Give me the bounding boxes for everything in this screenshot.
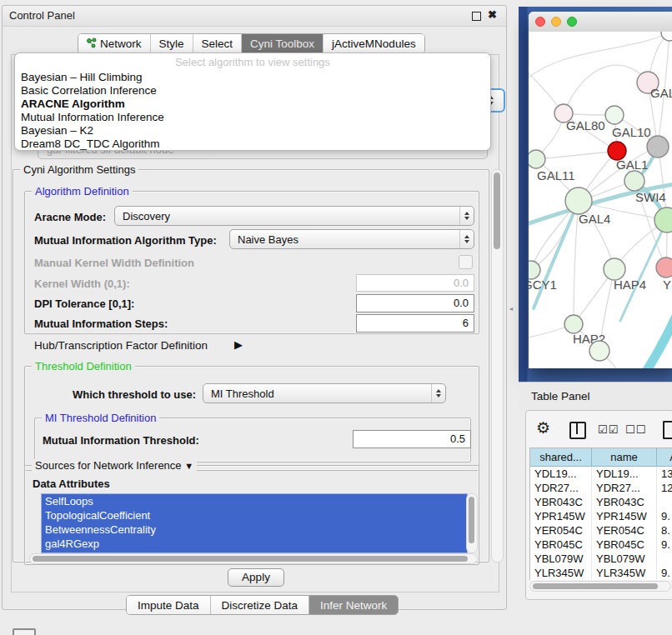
network-node-gal4[interactable]	[565, 188, 592, 214]
node-label: GAL10	[612, 125, 651, 139]
table-row[interactable]: YBL079WYBL079W	[530, 552, 672, 566]
mi-algorithm-type-combobox[interactable]: Naive Bayes	[229, 229, 474, 249]
network-node-swi4[interactable]	[624, 171, 644, 191]
network-window-titlebar[interactable]	[529, 12, 672, 32]
kernel-width-label: Kernel Width (0,1):	[34, 278, 130, 290]
table-cell: YBR045C	[592, 538, 657, 552]
combo-arrows-icon	[459, 230, 474, 248]
tab-select[interactable]: Select	[193, 34, 243, 53]
control-panel-window: Control Panel ✖ NetworkStyleSelectCyni T…	[2, 5, 507, 610]
table-cell: YDL19...	[592, 467, 657, 481]
network-node[interactable]	[589, 341, 609, 361]
minimized-panel-icon[interactable]	[13, 628, 36, 635]
bottom-tab-infer-network[interactable]: Infer Network	[309, 596, 398, 614]
zoom-traffic-light[interactable]	[567, 17, 577, 27]
chevron-right-icon[interactable]: ▶	[234, 338, 243, 351]
mi-threshold-field[interactable]: 0.5	[353, 430, 471, 448]
table-cell	[657, 495, 672, 509]
algorithm-option[interactable]: Dream8 DC_TDC Algorithm	[18, 138, 488, 151]
table-cell: YER054C	[530, 523, 592, 538]
minimize-traffic-light[interactable]	[551, 17, 561, 27]
mi-steps-label: Mutual Information Steps:	[34, 318, 168, 330]
network-node-gal11[interactable]	[529, 150, 545, 168]
close-traffic-light[interactable]	[535, 17, 545, 27]
deselect-all-icon[interactable]: ☐☐	[625, 423, 646, 436]
table-cell: YBR045C	[530, 538, 592, 552]
network-tab-icon	[87, 38, 97, 51]
attribute-item[interactable]: TopologicalCoefficient	[42, 508, 467, 522]
network-node-gal10[interactable]	[605, 106, 624, 124]
network-edge	[536, 151, 617, 159]
algorithm-option[interactable]: Bayesian – K2	[18, 124, 488, 138]
table-hscrollbar[interactable]	[529, 581, 671, 592]
algorithm-dropdown-popup: Select algorithm to view settings Bayesi…	[14, 52, 491, 151]
table-row[interactable]: YBR043CYBR043C	[530, 495, 672, 509]
table-row[interactable]: YDR27...YDR27...12	[530, 481, 672, 495]
network-node-gcy1[interactable]	[529, 261, 540, 279]
column-header[interactable]: shared...	[530, 448, 592, 467]
which-threshold-label: Which threshold to use:	[73, 388, 196, 401]
tab-jactivemnodules[interactable]: jActiveMNodules	[323, 34, 424, 53]
float-window-icon[interactable]	[472, 12, 481, 21]
table-row[interactable]: YLR345WYLR345W9.	[530, 566, 672, 580]
table-row[interactable]: YPR145WYPR145W9.	[530, 509, 672, 523]
application-screen: Control Panel ✖ NetworkStyleSelectCyni T…	[0, 0, 672, 635]
column-header[interactable]: name	[592, 448, 657, 467]
table-row[interactable]: YER054CYER054C8.	[530, 523, 672, 538]
tab-cyni-toolbox[interactable]: Cyni Toolbox	[242, 34, 323, 53]
table-row[interactable]: YBR045CYBR045C9.	[530, 538, 672, 552]
dpi-tolerance-label: DPI Tolerance [0,1]:	[34, 298, 134, 310]
algorithm-option[interactable]: Bayesian – Hill Climbing	[18, 71, 488, 84]
table-panel-title: Table Panel	[531, 390, 590, 402]
select-all-icon[interactable]: ☑☑	[598, 423, 619, 436]
manual-kernel-checkbox[interactable]	[459, 255, 473, 269]
algorithm-option[interactable]: Basic Correlation Inference	[18, 84, 488, 98]
aracne-mode-combobox[interactable]: Discovery	[114, 206, 474, 226]
panel-splitter-handle[interactable]: ◂	[509, 305, 513, 312]
algorithm-option[interactable]: ARACNE Algorithm	[18, 98, 488, 111]
group-title: Cyni Algorithm Settings	[20, 163, 138, 176]
column-header[interactable]: A	[657, 448, 672, 467]
attributes-vscrollbar[interactable]	[466, 493, 478, 553]
network-node[interactable]	[647, 136, 669, 158]
network-node-hap2[interactable]	[564, 315, 583, 333]
sources-title[interactable]: Sources for Network Inference ▼	[32, 459, 197, 472]
algorithm-option[interactable]: Mutual Information Inference	[18, 111, 488, 124]
split-columns-icon[interactable]	[569, 422, 586, 439]
close-icon[interactable]: ✖	[487, 9, 498, 20]
settings-scrollbar[interactable]	[491, 169, 504, 562]
bottom-tab-impute-data[interactable]: Impute Data	[127, 596, 211, 614]
network-view-window: GALGAL80GAL10GAL1GAL11SWI4GAL4YHAP4GCY1H…	[529, 12, 672, 368]
tab-label: Cyni Toolbox	[250, 38, 314, 50]
control-panel-tabstrip: NetworkStyleSelectCyni ToolboxjActiveMNo…	[78, 33, 425, 54]
hub-definition-toggle[interactable]: Hub/Transcription Factor Definition	[34, 339, 208, 352]
dpi-tolerance-field[interactable]: 0.0	[356, 294, 474, 312]
table-row[interactable]: YDL19...YDL19...13	[530, 467, 672, 481]
mi-type-label: Mutual Information Algorithm Type:	[34, 234, 217, 247]
mi-steps-field[interactable]: 6	[356, 314, 474, 332]
attribute-item[interactable]: gal4RGexp	[42, 537, 467, 551]
table-cell: YBR043C	[530, 495, 592, 509]
aracne-mode-label: Aracne Mode:	[34, 211, 106, 223]
network-node-y[interactable]	[656, 258, 672, 278]
export-table-icon[interactable]	[663, 421, 672, 439]
network-edge	[564, 65, 648, 113]
network-canvas[interactable]: GALGAL80GAL10GAL1GAL11SWI4GAL4YHAP4GCY1H…	[529, 32, 672, 368]
table-cell: 12	[657, 481, 672, 495]
gear-icon[interactable]: ⚙	[536, 418, 550, 438]
table-panel-titlebar: Table Panel	[519, 382, 672, 411]
attributes-hscrollbar[interactable]	[29, 553, 478, 564]
table-body: YDL19...YDL19...13YDR27...YDR27...12YBR0…	[530, 467, 672, 580]
tab-network[interactable]: Network	[78, 34, 151, 53]
tab-style[interactable]: Style	[151, 34, 193, 53]
attribute-item[interactable]: SelfLoops	[42, 494, 467, 508]
table-cell: YLR345W	[592, 566, 657, 580]
which-threshold-combobox[interactable]: MI Threshold	[203, 383, 446, 403]
table-cell: YBL079W	[530, 552, 592, 566]
bottom-tab-discretize-data[interactable]: Discretize Data	[211, 596, 310, 614]
attribute-item[interactable]: BetweennessCentrality	[42, 522, 467, 537]
kernel-width-field[interactable]: 0.0	[356, 274, 474, 292]
network-node[interactable]	[654, 208, 672, 232]
apply-button[interactable]: Apply	[228, 568, 284, 587]
node-label: HAP4	[614, 278, 646, 292]
